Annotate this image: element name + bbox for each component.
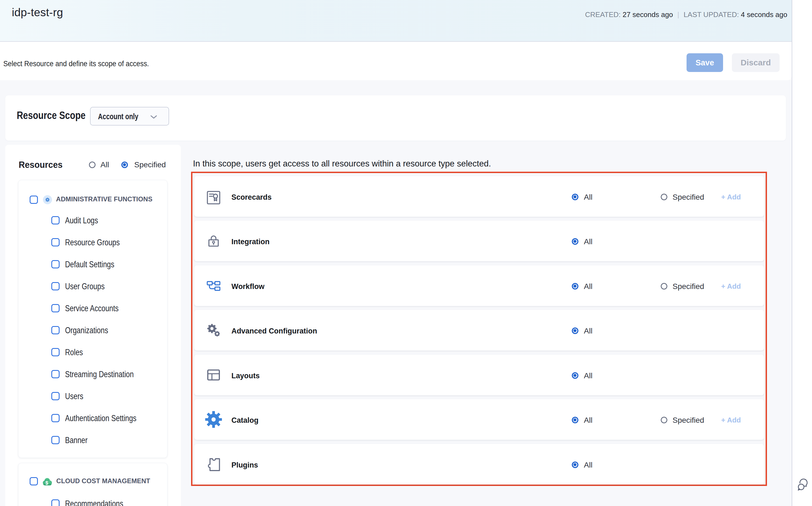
svg-text:$: $ [45, 480, 48, 486]
